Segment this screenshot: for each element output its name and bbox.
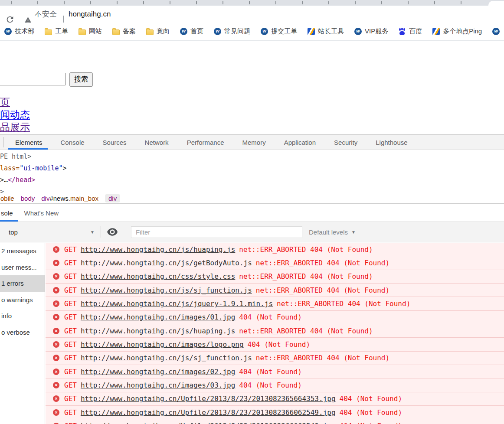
- request-url-link[interactable]: http://www.hongtaihg.cn/images/02.jpg: [81, 368, 235, 376]
- console-error-row: ×GEThttp://www.hongtaihg.cn/images/01.jp…: [46, 311, 504, 324]
- bookmark-item[interactable]: 技术部: [4, 27, 34, 36]
- console-error-row: ×GEThttp://www.hongtaihg.cn/js/huaping.j…: [46, 243, 504, 256]
- code-line[interactable]: PE html>: [0, 151, 504, 163]
- code-line[interactable]: >: [0, 186, 504, 193]
- console-filter-input[interactable]: [131, 226, 302, 238]
- request-url-link[interactable]: http://www.hongtaihg.cn/js/sj_function.j…: [81, 286, 252, 294]
- breadcrumb-item[interactable]: body: [21, 195, 35, 202]
- log-levels-label: Default levels: [309, 228, 348, 236]
- error-icon: ×: [53, 314, 59, 320]
- page-link[interactable]: 品展示: [0, 121, 30, 134]
- console-sidebar-item[interactable]: 2 messages: [0, 243, 45, 259]
- error-icon: ×: [53, 273, 59, 280]
- request-url-link[interactable]: http://www.hongtaihg.cn/images/logo.png: [81, 340, 244, 349]
- error-status: 404 (Not Found): [248, 340, 311, 349]
- tab-separator: [328, 1, 329, 4]
- search-input[interactable]: [0, 73, 65, 85]
- bookmark-item[interactable]: 多个地点Ping: [432, 27, 482, 36]
- tab-elements[interactable]: Elements: [6, 135, 52, 150]
- tab-memory[interactable]: Memory: [233, 135, 275, 150]
- code-token: "ui-mobile": [20, 164, 62, 172]
- tab-network[interactable]: Network: [136, 135, 178, 150]
- log-levels-dropdown[interactable]: Default levels ▼: [309, 222, 356, 242]
- levels-dropdown-arrow-icon: ▼: [351, 230, 356, 235]
- devtools-tab-bar: ElementsConsoleSourcesNetworkPerformance…: [0, 135, 504, 150]
- console-sidebar-item[interactable]: o verbose: [0, 324, 45, 341]
- error-icon: ×: [53, 300, 59, 307]
- console-error-row: ×GEThttp://www.hongtaihg.cn/js/jquery-1.…: [46, 297, 504, 310]
- elements-panel: PE html>lass="ui-mobile">>…</head>>: [0, 150, 504, 193]
- request-url-link[interactable]: http://www.hongtaihg.cn/Upfile/2013/8/23…: [81, 422, 336, 424]
- tab-lighthouse[interactable]: Lighthouse: [367, 135, 416, 150]
- tab-application[interactable]: Application: [275, 135, 325, 150]
- bookmark-item[interactable]: 备案: [112, 27, 136, 36]
- create-live-expression-button[interactable]: [107, 228, 118, 236]
- code-token: >: [0, 188, 4, 193]
- request-method: GET: [64, 381, 77, 389]
- tab-sources[interactable]: Sources: [94, 135, 136, 150]
- tab-security[interactable]: Security: [325, 135, 367, 150]
- console-sidebar-item[interactable]: user mess...: [0, 259, 45, 276]
- console-sidebar-item[interactable]: 1 errors: [0, 275, 45, 292]
- tab-separator: [302, 1, 303, 4]
- breadcrumb-item[interactable]: div: [105, 194, 120, 202]
- request-url-link[interactable]: http://www.hongtaihg.cn/css/style.css: [81, 272, 235, 280]
- bookmark-item[interactable]: 提交工单: [261, 27, 297, 36]
- bookmark-item[interactable]: 网站: [79, 27, 102, 36]
- page-link[interactable]: 页: [0, 96, 30, 108]
- bookmark-item[interactable]: VIP服务: [354, 27, 388, 36]
- request-url-link[interactable]: http://www.hongtaihg.cn/images/01.jpg: [81, 313, 235, 321]
- console-sidebar-item[interactable]: info: [0, 308, 45, 324]
- bookmark-item[interactable]: 常见问题: [214, 27, 250, 36]
- request-url-link[interactable]: http://www.hongtaihg.cn/images/03.jpg: [81, 381, 235, 389]
- request-url-link[interactable]: http://www.hongtaihg.cn/js/getBodyAuto.j…: [81, 259, 252, 267]
- security-label[interactable]: 不安全: [35, 6, 57, 23]
- page-link[interactable]: 闻动态: [0, 108, 30, 121]
- drawer-tab-what-s-new[interactable]: What's New: [19, 204, 65, 222]
- console-sidebar-item[interactable]: o warnings: [0, 292, 45, 308]
- tab-performance[interactable]: Performance: [178, 135, 233, 150]
- console-messages-list: ×GEThttp://www.hongtaihg.cn/js/huaping.j…: [46, 243, 504, 424]
- bookmark-item[interactable]: [492, 28, 503, 35]
- browser-window: 不安全 hongtaihg.cn 技术部工单网站备案意向首页常见问题提交工单站长…: [0, 0, 504, 424]
- breadcrumb-item[interactable]: obile: [0, 195, 14, 202]
- bookmark-label: VIP服务: [365, 27, 388, 36]
- chinaz-icon: [308, 28, 315, 35]
- context-dropdown-arrow-icon[interactable]: ▼: [90, 230, 95, 235]
- browser-tab-strip[interactable]: [0, 0, 504, 6]
- request-method: GET: [64, 422, 77, 424]
- code-line[interactable]: >…</head>: [0, 174, 504, 186]
- baidu-icon: [399, 28, 406, 35]
- breadcrumb-item[interactable]: div#news.main_box: [41, 195, 98, 202]
- request-url-link[interactable]: http://www.hongtaihg.cn/js/jquery-1.9.1.…: [81, 300, 273, 308]
- request-url-link[interactable]: http://www.hongtaihg.cn/js/huaping.js: [81, 327, 235, 335]
- tab-separator: [11, 1, 12, 4]
- tab-console[interactable]: Console: [52, 135, 94, 150]
- console-error-row: ×GEThttp://www.hongtaihg.cn/Upfile/2013/…: [46, 392, 504, 406]
- bookmark-item[interactable]: 百度: [399, 27, 422, 36]
- tab-separator: [381, 1, 382, 4]
- bookmark-item[interactable]: 意向: [146, 27, 170, 36]
- url-text[interactable]: hongtaihg.cn: [69, 6, 111, 23]
- code-line[interactable]: lass="ui-mobile">: [0, 163, 504, 174]
- bookmark-item[interactable]: 站长工具: [308, 27, 344, 36]
- chinaz-icon: [432, 28, 440, 35]
- error-icon: ×: [53, 409, 59, 416]
- request-url-link[interactable]: http://www.hongtaihg.cn/Upfile/2013/8/23…: [81, 395, 336, 403]
- drawer-tab-sole[interactable]: sole: [0, 204, 19, 222]
- error-icon: ×: [53, 260, 59, 266]
- execution-context-selector[interactable]: top: [9, 222, 18, 242]
- error-status: net::ERR_ABORTED 404 (Not Found): [256, 259, 389, 267]
- search-button[interactable]: 搜索: [69, 72, 93, 87]
- bookmark-item[interactable]: 首页: [180, 27, 203, 36]
- active-browser-tab[interactable]: [488, 1, 504, 6]
- request-url-link[interactable]: http://www.hongtaihg.cn/Upfile/2013/8/23…: [81, 408, 336, 417]
- error-icon: ×: [53, 355, 59, 361]
- request-url-link[interactable]: http://www.hongtaihg.cn/js/huaping.js: [81, 245, 235, 254]
- code-token: PE html>: [0, 153, 31, 160]
- west-icon: [214, 28, 221, 35]
- request-url-link[interactable]: http://www.hongtaihg.cn/js/sj_function.j…: [81, 354, 252, 362]
- bookmark-item[interactable]: 工单: [45, 27, 68, 36]
- console-sidebar: 2 messagesuser mess...1 errorso warnings…: [0, 243, 45, 424]
- devtools-tabbar-separator: [3, 137, 4, 147]
